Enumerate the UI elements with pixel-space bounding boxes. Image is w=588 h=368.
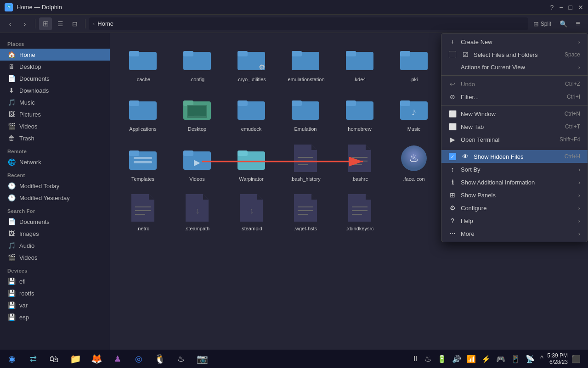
taskbar-battery-icon[interactable]: 🔋 bbox=[435, 354, 448, 364]
taskbar-steam-icon[interactable]: ♨ bbox=[423, 353, 434, 365]
menu-open-terminal[interactable]: ▶ Open Terminal Shift+F4 bbox=[441, 133, 588, 146]
file-item-bashrc[interactable]: .bashrc bbox=[334, 140, 385, 186]
view-icons-button[interactable]: ⊞ bbox=[39, 17, 52, 30]
window-controls[interactable]: ? − □ ✕ bbox=[550, 4, 583, 11]
sidebar-item-desktop[interactable]: 🖥 Desktop bbox=[0, 61, 110, 72]
menu-actions-view[interactable]: Actions for Current View › bbox=[441, 61, 588, 73]
file-item-bash-history[interactable]: .bash_history bbox=[280, 140, 331, 186]
restore-btn[interactable]: □ bbox=[569, 4, 572, 11]
taskbar-network-manager[interactable]: ⇄ bbox=[23, 351, 43, 367]
file-item-kde4[interactable]: .kde4 bbox=[334, 40, 385, 86]
file-item-warpinator[interactable]: Warpinator bbox=[226, 140, 277, 186]
file-item-pki[interactable]: .pki bbox=[389, 40, 439, 86]
file-item-netrc[interactable]: .netrc bbox=[118, 190, 168, 235]
file-item-homebrew[interactable]: homebrew bbox=[334, 90, 385, 136]
file-item-config[interactable]: .config bbox=[172, 40, 222, 86]
menu-create-new[interactable]: + Create New › bbox=[441, 35, 588, 48]
sidebar-item-home[interactable]: 🏠 Home bbox=[0, 49, 110, 61]
taskbar-chevron-icon[interactable]: ^ bbox=[538, 354, 546, 364]
taskbar-firefox[interactable]: 🦊 bbox=[86, 351, 107, 367]
sidebar-item-documents-label: Documents bbox=[19, 75, 50, 82]
taskbar-volume-icon[interactable]: 🔊 bbox=[450, 354, 463, 364]
taskbar-gamepad-icon[interactable]: 🎮 bbox=[494, 354, 507, 364]
menu-help[interactable]: ? Help › bbox=[441, 214, 588, 227]
menu-new-window[interactable]: ⬜ New Window Ctrl+N bbox=[441, 107, 588, 120]
menu-more[interactable]: ⋯ More › bbox=[441, 227, 588, 240]
sidebar-item-downloads[interactable]: ⬇ Downloads bbox=[0, 84, 110, 96]
sidebar-item-music[interactable]: 🎵 Music bbox=[0, 96, 110, 108]
taskbar-steam[interactable]: ♨ bbox=[171, 351, 191, 367]
view-compact-button[interactable]: ☰ bbox=[54, 17, 67, 30]
minimize-btn[interactable]: − bbox=[559, 4, 563, 11]
sidebar-item-rootfs[interactable]: 💾 rootfs bbox=[0, 287, 110, 299]
help-btn[interactable]: ? bbox=[550, 4, 554, 11]
file-item-applications[interactable]: Applications bbox=[118, 90, 168, 136]
file-item-cryo[interactable]: ⚙ .cryo_utilities bbox=[226, 40, 277, 86]
new-window-icon: ⬜ bbox=[449, 110, 456, 117]
sidebar-item-var[interactable]: 💾 var bbox=[0, 299, 110, 311]
menu-select-files[interactable]: ☑ Select Files and Folders Space bbox=[441, 48, 588, 61]
taskbar-screen-icon[interactable]: ⬛ bbox=[570, 354, 582, 364]
file-item-music-folder[interactable]: ♪ Music bbox=[389, 90, 439, 136]
breadcrumb-home[interactable]: Home bbox=[97, 20, 113, 27]
file-item-cache[interactable]: .cache bbox=[118, 40, 168, 86]
taskbar-phone-icon[interactable]: 📱 bbox=[509, 354, 522, 364]
file-item-emulation[interactable]: Emulation bbox=[280, 90, 331, 136]
sidebar-item-modified-today[interactable]: 🕐 Modified Today bbox=[0, 180, 110, 192]
sidebar-item-search-images[interactable]: 🖼 Images bbox=[0, 228, 110, 240]
taskbar-flameshot[interactable]: 📷 bbox=[192, 351, 212, 367]
sidebar-item-modified-yesterday[interactable]: 🕐 Modified Yesterday bbox=[0, 192, 110, 204]
file-item-steampath[interactable]: ⤵ .steampath bbox=[172, 190, 222, 235]
select-files-icon: ☑ bbox=[462, 51, 469, 58]
taskbar-wifi-icon[interactable]: 📡 bbox=[524, 354, 537, 364]
file-item-templates[interactable]: Templates bbox=[118, 140, 168, 186]
sidebar-item-videos[interactable]: 🎬 Videos bbox=[0, 120, 110, 132]
efi-icon: 💾 bbox=[7, 278, 16, 285]
sidebar-item-pictures[interactable]: 🖼 Pictures bbox=[0, 108, 110, 120]
taskbar-network-icon[interactable]: 📶 bbox=[465, 354, 478, 364]
sidebar-item-trash[interactable]: 🗑 Trash bbox=[0, 132, 110, 144]
file-item-emudeck[interactable]: emudeck bbox=[226, 90, 277, 136]
sidebar-item-documents[interactable]: 📄 Documents bbox=[0, 72, 110, 84]
menu-show-panels[interactable]: ⊞ Show Panels › bbox=[441, 189, 588, 201]
back-button[interactable]: ‹ bbox=[4, 17, 17, 30]
breadcrumb[interactable]: › Home bbox=[89, 17, 528, 30]
search-button[interactable]: 🔍 bbox=[557, 17, 570, 30]
sidebar-item-search-documents[interactable]: 📄 Documents bbox=[0, 216, 110, 228]
sidebar-item-search-audio[interactable]: 🎵 Audio bbox=[0, 240, 110, 251]
file-item-steampid[interactable]: ⤵ .steampid bbox=[226, 190, 277, 235]
taskbar-bluetooth-icon[interactable]: ⚡ bbox=[480, 354, 492, 364]
forward-button[interactable]: › bbox=[18, 17, 31, 30]
sidebar-item-search-videos[interactable]: 🎬 Videos bbox=[0, 251, 110, 263]
file-item-xbindkeys[interactable]: .xbindkeysrc bbox=[334, 190, 385, 235]
menu-filter[interactable]: ⊘ Filter... Ctrl+I bbox=[441, 90, 588, 103]
menu-show-additional[interactable]: ℹ Show Additional Information › bbox=[441, 176, 588, 189]
file-item-wget[interactable]: .wget-hsts bbox=[280, 190, 331, 235]
file-item-desktop-folder[interactable]: Desktop bbox=[172, 90, 222, 136]
menu-show-hidden[interactable]: ✓ 👁 Show Hidden Files Ctrl+H bbox=[441, 150, 588, 163]
taskbar-chrome[interactable]: ◎ bbox=[129, 351, 149, 367]
menu-new-tab[interactable]: ⬜ New Tab Ctrl+T bbox=[441, 120, 588, 133]
doc-icon-steampid: ⤵ bbox=[237, 193, 266, 223]
taskbar-protonup[interactable]: 🐧 bbox=[150, 351, 170, 367]
view-detail-button[interactable]: ⊟ bbox=[68, 17, 81, 30]
taskbar-heroic[interactable]: ♟ bbox=[107, 351, 128, 367]
file-item-face-icon[interactable]: ♨ .face.icon bbox=[389, 140, 439, 186]
taskbar-pause-icon[interactable]: ⏸ bbox=[410, 354, 421, 364]
svg-marker-52 bbox=[366, 145, 371, 150]
sidebar-item-efi[interactable]: 💾 efi bbox=[0, 275, 110, 287]
taskbar-time[interactable]: 5:39 PM 6/28/23 bbox=[547, 352, 568, 365]
split-button[interactable]: ⊞ Split bbox=[530, 18, 555, 29]
taskbar-dolphin[interactable]: 📁 bbox=[65, 351, 85, 367]
file-item-videos-folder[interactable]: ▶ Videos bbox=[172, 140, 222, 186]
taskbar-kde-logo[interactable]: ◉ bbox=[2, 351, 22, 367]
menu-undo[interactable]: ↩ Undo Ctrl+Z bbox=[441, 78, 588, 90]
menu-configure[interactable]: ⚙ Configure › bbox=[441, 201, 588, 214]
file-item-emulationstation[interactable]: .emulationstation bbox=[280, 40, 331, 86]
close-btn[interactable]: ✕ bbox=[578, 4, 583, 11]
menu-button[interactable]: ≡ bbox=[571, 17, 584, 30]
taskbar-discover[interactable]: 🛍 bbox=[44, 351, 64, 367]
sidebar-item-network[interactable]: 🌐 Network bbox=[0, 156, 110, 168]
sidebar-item-esp[interactable]: 💾 esp bbox=[0, 311, 110, 323]
menu-sort-by[interactable]: ↕ Sort By › bbox=[441, 163, 588, 176]
